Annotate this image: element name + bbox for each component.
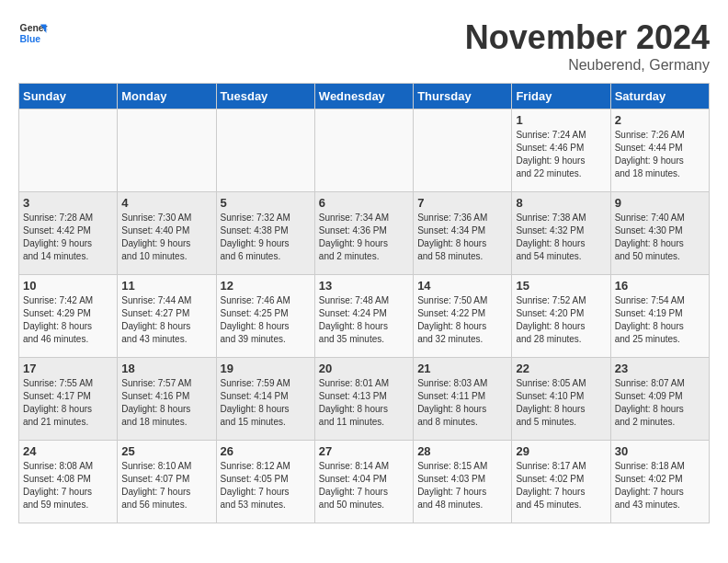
calendar-cell: 14Sunrise: 7:50 AM Sunset: 4:22 PM Dayli… [414,275,512,358]
day-info: Sunrise: 7:26 AM Sunset: 4:44 PM Dayligh… [615,129,705,180]
calendar-cell: 4Sunrise: 7:30 AM Sunset: 4:40 PM Daylig… [118,192,216,275]
day-info: Sunrise: 8:03 AM Sunset: 4:11 PM Dayligh… [417,377,507,429]
calendar-cell: 19Sunrise: 7:59 AM Sunset: 4:14 PM Dayli… [216,358,314,441]
logo: General Blue [18,18,48,48]
weekday-header-monday: Monday [118,84,216,109]
calendar-cell: 24Sunrise: 8:08 AM Sunset: 4:08 PM Dayli… [19,441,118,523]
calendar-week-3: 10Sunrise: 7:42 AM Sunset: 4:29 PM Dayli… [19,275,710,358]
day-number: 3 [23,196,113,210]
day-info: Sunrise: 7:48 AM Sunset: 4:24 PM Dayligh… [319,294,409,346]
day-info: Sunrise: 8:05 AM Sunset: 4:10 PM Dayligh… [516,377,606,429]
day-number: 1 [516,113,606,127]
calendar-cell [414,109,512,192]
calendar-cell [118,109,216,192]
day-info: Sunrise: 7:24 AM Sunset: 4:46 PM Dayligh… [516,129,606,180]
day-info: Sunrise: 7:52 AM Sunset: 4:20 PM Dayligh… [516,294,606,346]
day-number: 9 [615,196,705,210]
calendar-cell: 28Sunrise: 8:15 AM Sunset: 4:03 PM Dayli… [414,441,512,523]
day-number: 2 [615,113,705,127]
day-number: 11 [121,279,211,293]
day-number: 10 [23,279,113,293]
calendar-cell: 3Sunrise: 7:28 AM Sunset: 4:42 PM Daylig… [19,192,118,275]
day-number: 12 [221,279,311,293]
calendar-cell: 21Sunrise: 8:03 AM Sunset: 4:11 PM Dayli… [414,358,512,441]
day-number: 17 [23,362,113,375]
calendar-week-5: 24Sunrise: 8:08 AM Sunset: 4:08 PM Dayli… [19,441,710,523]
weekday-header-wednesday: Wednesday [314,84,413,109]
day-info: Sunrise: 8:18 AM Sunset: 4:02 PM Dayligh… [615,460,705,511]
calendar-week-1: 1Sunrise: 7:24 AM Sunset: 4:46 PM Daylig… [19,109,710,192]
day-number: 6 [319,196,409,210]
day-number: 5 [221,196,311,210]
day-number: 29 [516,444,606,458]
day-info: Sunrise: 8:07 AM Sunset: 4:09 PM Dayligh… [615,377,705,429]
day-info: Sunrise: 8:10 AM Sunset: 4:07 PM Dayligh… [121,460,211,511]
day-info: Sunrise: 7:46 AM Sunset: 4:25 PM Dayligh… [221,294,311,346]
day-number: 7 [417,196,507,210]
day-number: 13 [319,279,409,293]
day-info: Sunrise: 7:54 AM Sunset: 4:19 PM Dayligh… [615,294,705,346]
day-number: 8 [516,196,606,210]
day-number: 14 [417,279,507,293]
day-info: Sunrise: 8:15 AM Sunset: 4:03 PM Dayligh… [417,460,507,511]
day-info: Sunrise: 7:44 AM Sunset: 4:27 PM Dayligh… [121,294,211,346]
day-number: 27 [319,444,409,458]
calendar-table: SundayMondayTuesdayWednesdayThursdayFrid… [18,83,710,523]
day-number: 4 [121,196,211,210]
day-info: Sunrise: 8:01 AM Sunset: 4:13 PM Dayligh… [319,377,409,429]
calendar-cell: 16Sunrise: 7:54 AM Sunset: 4:19 PM Dayli… [610,275,709,358]
calendar-cell: 11Sunrise: 7:44 AM Sunset: 4:27 PM Dayli… [118,275,216,358]
location: Neuberend, Germany [465,57,710,74]
calendar-cell: 22Sunrise: 8:05 AM Sunset: 4:10 PM Dayli… [512,358,610,441]
day-info: Sunrise: 7:30 AM Sunset: 4:40 PM Dayligh… [121,212,211,263]
calendar-cell: 5Sunrise: 7:32 AM Sunset: 4:38 PM Daylig… [216,192,314,275]
weekday-header-saturday: Saturday [610,84,709,109]
day-info: Sunrise: 7:36 AM Sunset: 4:34 PM Dayligh… [417,212,507,263]
calendar-cell: 7Sunrise: 7:36 AM Sunset: 4:34 PM Daylig… [414,192,512,275]
day-info: Sunrise: 7:34 AM Sunset: 4:36 PM Dayligh… [319,212,409,263]
day-number: 30 [615,444,705,458]
day-info: Sunrise: 8:12 AM Sunset: 4:05 PM Dayligh… [221,460,311,511]
day-number: 28 [417,444,507,458]
day-number: 15 [516,279,606,293]
calendar-cell [19,109,118,192]
calendar-week-4: 17Sunrise: 7:55 AM Sunset: 4:17 PM Dayli… [19,358,710,441]
weekday-header-sunday: Sunday [19,84,118,109]
calendar-cell: 13Sunrise: 7:48 AM Sunset: 4:24 PM Dayli… [314,275,413,358]
day-info: Sunrise: 7:28 AM Sunset: 4:42 PM Dayligh… [23,212,113,263]
calendar-cell: 23Sunrise: 8:07 AM Sunset: 4:09 PM Dayli… [610,358,709,441]
calendar-cell [216,109,314,192]
day-info: Sunrise: 8:08 AM Sunset: 4:08 PM Dayligh… [23,460,113,511]
title-block: November 2024 Neuberend, Germany [465,18,710,74]
day-info: Sunrise: 7:40 AM Sunset: 4:30 PM Dayligh… [615,212,705,263]
day-info: Sunrise: 7:42 AM Sunset: 4:29 PM Dayligh… [23,294,113,346]
day-number: 20 [319,362,409,375]
calendar-cell: 10Sunrise: 7:42 AM Sunset: 4:29 PM Dayli… [19,275,118,358]
day-number: 24 [23,444,113,458]
calendar-cell: 27Sunrise: 8:14 AM Sunset: 4:04 PM Dayli… [314,441,413,523]
day-info: Sunrise: 7:50 AM Sunset: 4:22 PM Dayligh… [417,294,507,346]
calendar-cell: 30Sunrise: 8:18 AM Sunset: 4:02 PM Dayli… [610,441,709,523]
calendar-cell: 17Sunrise: 7:55 AM Sunset: 4:17 PM Dayli… [19,358,118,441]
month-title: November 2024 [465,18,710,57]
calendar-cell [314,109,413,192]
calendar-cell: 8Sunrise: 7:38 AM Sunset: 4:32 PM Daylig… [512,192,610,275]
calendar-cell: 9Sunrise: 7:40 AM Sunset: 4:30 PM Daylig… [610,192,709,275]
page-header: General Blue November 2024 Neuberend, Ge… [18,18,710,74]
weekday-header-thursday: Thursday [414,84,512,109]
calendar-cell: 29Sunrise: 8:17 AM Sunset: 4:02 PM Dayli… [512,441,610,523]
day-info: Sunrise: 8:14 AM Sunset: 4:04 PM Dayligh… [319,460,409,511]
day-number: 22 [516,362,606,375]
weekday-header-tuesday: Tuesday [216,84,314,109]
day-info: Sunrise: 7:32 AM Sunset: 4:38 PM Dayligh… [221,212,311,263]
calendar-cell: 12Sunrise: 7:46 AM Sunset: 4:25 PM Dayli… [216,275,314,358]
day-number: 21 [417,362,507,375]
day-number: 25 [121,444,211,458]
logo-icon: General Blue [18,18,48,48]
day-info: Sunrise: 7:38 AM Sunset: 4:32 PM Dayligh… [516,212,606,263]
day-info: Sunrise: 8:17 AM Sunset: 4:02 PM Dayligh… [516,460,606,511]
day-info: Sunrise: 7:55 AM Sunset: 4:17 PM Dayligh… [23,377,113,429]
calendar-cell: 1Sunrise: 7:24 AM Sunset: 4:46 PM Daylig… [512,109,610,192]
svg-text:Blue: Blue [20,34,41,44]
calendar-cell: 18Sunrise: 7:57 AM Sunset: 4:16 PM Dayli… [118,358,216,441]
